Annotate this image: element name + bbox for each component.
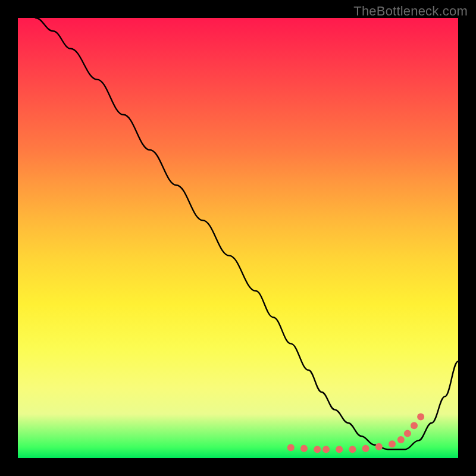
optimal-dot [362,445,369,452]
optimal-dot [389,440,396,447]
optimal-dot [411,422,418,429]
optimal-dot [314,446,321,453]
optimal-dot [404,430,411,437]
optimal-dot [349,446,356,453]
watermark-text: TheBottleneck.com [353,4,468,19]
optimal-dot [287,444,295,451]
optimal-range-dots [287,413,424,453]
optimal-dot [322,446,330,453]
outer-frame: TheBottleneck.com [0,0,476,476]
optimal-dot [375,443,383,450]
optimal-dot [417,413,424,420]
curve-svg [18,18,458,458]
optimal-dot [300,445,308,452]
plot-area [18,18,458,458]
optimal-dot [397,436,405,443]
optimal-dot [336,446,343,453]
bottleneck-curve [36,18,458,449]
